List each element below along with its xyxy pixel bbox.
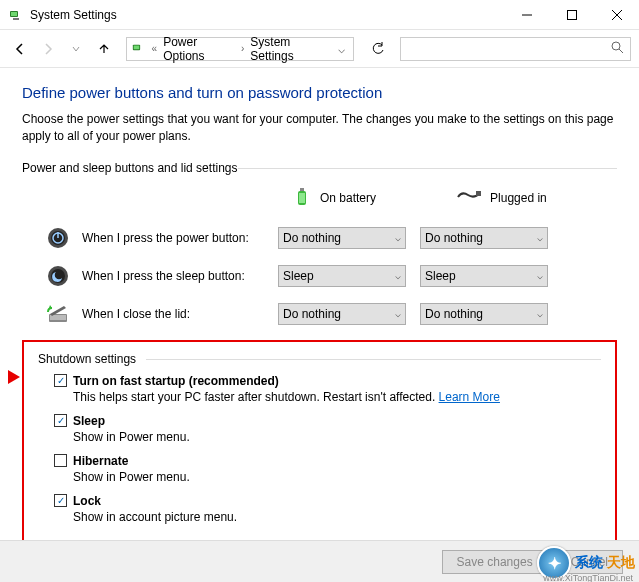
svg-line-10 xyxy=(619,49,623,53)
page-title: Define power buttons and turn on passwor… xyxy=(22,84,617,101)
forward-button[interactable] xyxy=(36,37,60,61)
plug-icon xyxy=(456,189,482,208)
sleep-desc: Show in Power menu. xyxy=(54,430,601,444)
highlight-box: Shutdown settings ✓ Turn on fast startup… xyxy=(22,340,617,550)
titlebar: System Settings xyxy=(0,0,639,30)
row-sleep-button-label: When I press the sleep button: xyxy=(82,269,278,283)
refresh-button[interactable] xyxy=(364,37,392,61)
watermark-text1: 系统 xyxy=(575,554,603,572)
lid-icon xyxy=(46,302,70,326)
row-power-button: When I press the power button: Do nothin… xyxy=(22,226,617,250)
window-title: System Settings xyxy=(30,8,504,22)
column-plugged-label: Plugged in xyxy=(490,191,547,205)
check-lock: ✓ Lock Show in account picture menu. xyxy=(38,494,601,524)
column-headers: On battery Plugged in xyxy=(22,185,617,212)
breadcrumb-sep[interactable]: « xyxy=(150,43,160,54)
select-sleep-plugged[interactable]: Sleep⌵ xyxy=(420,265,548,287)
svg-rect-12 xyxy=(300,188,304,191)
back-button[interactable] xyxy=(8,37,32,61)
breadcrumb-dropdown[interactable]: ⌵ xyxy=(334,42,349,56)
row-power-button-label: When I press the power button: xyxy=(82,231,278,245)
lock-desc: Show in account picture menu. xyxy=(54,510,601,524)
learn-more-link[interactable]: Learn More xyxy=(439,390,500,404)
column-battery: On battery xyxy=(292,185,376,212)
checkbox-hibernate-label: Hibernate xyxy=(73,454,128,468)
hibernate-desc: Show in Power menu. xyxy=(54,470,601,484)
chevron-right-icon[interactable]: › xyxy=(239,43,246,54)
fast-startup-desc: This helps start your PC faster after sh… xyxy=(54,390,601,404)
recent-dropdown[interactable] xyxy=(64,37,88,61)
row-close-lid: When I close the lid: Do nothing⌵ Do not… xyxy=(22,302,617,326)
select-power-plugged[interactable]: Do nothing⌵ xyxy=(420,227,548,249)
svg-rect-13 xyxy=(299,193,305,203)
check-fast-startup: ✓ Turn on fast startup (recommended) Thi… xyxy=(38,374,601,404)
svg-rect-4 xyxy=(567,10,576,19)
breadcrumb-power-options[interactable]: Power Options xyxy=(159,35,239,63)
chevron-down-icon: ⌵ xyxy=(537,270,543,281)
select-lid-battery[interactable]: Do nothing⌵ xyxy=(278,303,406,325)
select-lid-plugged[interactable]: Do nothing⌵ xyxy=(420,303,548,325)
breadcrumb-icon xyxy=(131,41,146,57)
power-button-icon xyxy=(46,226,70,250)
group-power-sleep-label: Power and sleep buttons and lid settings xyxy=(22,161,617,175)
svg-rect-1 xyxy=(11,12,17,16)
svg-rect-2 xyxy=(13,18,19,20)
battery-icon xyxy=(292,185,312,212)
page-description: Choose the power settings that you want … xyxy=(22,111,617,145)
row-sleep-button: When I press the sleep button: Sleep⌵ Sl… xyxy=(22,264,617,288)
chevron-down-icon: ⌵ xyxy=(537,308,543,319)
checkbox-sleep-label: Sleep xyxy=(73,414,105,428)
app-icon xyxy=(8,7,24,23)
search-icon[interactable] xyxy=(610,40,624,57)
svg-rect-14 xyxy=(476,191,481,196)
navbar: « Power Options › System Settings ⌵ xyxy=(0,30,639,68)
checkbox-sleep[interactable]: ✓ xyxy=(54,414,67,427)
sleep-button-icon xyxy=(46,264,70,288)
chevron-down-icon: ⌵ xyxy=(395,232,401,243)
check-sleep: ✓ Sleep Show in Power menu. xyxy=(38,414,601,444)
chevron-down-icon: ⌵ xyxy=(537,232,543,243)
up-button[interactable] xyxy=(92,37,116,61)
checkbox-hibernate[interactable] xyxy=(54,454,67,467)
check-hibernate: Hibernate Show in Power menu. xyxy=(38,454,601,484)
row-close-lid-label: When I close the lid: xyxy=(82,307,278,321)
watermark-url: www.XiTongTianDi.net xyxy=(543,573,633,582)
breadcrumb[interactable]: « Power Options › System Settings ⌵ xyxy=(126,37,354,61)
select-sleep-battery[interactable]: Sleep⌵ xyxy=(278,265,406,287)
checkbox-fast-startup[interactable]: ✓ xyxy=(54,374,67,387)
group-shutdown-label: Shutdown settings xyxy=(38,352,601,366)
column-plugged: Plugged in xyxy=(456,189,547,208)
watermark-text2: 天地 xyxy=(607,554,635,572)
svg-point-9 xyxy=(612,42,620,50)
chevron-down-icon: ⌵ xyxy=(395,308,401,319)
maximize-button[interactable] xyxy=(549,0,594,30)
breadcrumb-system-settings[interactable]: System Settings xyxy=(246,35,333,63)
content: Define power buttons and turn on passwor… xyxy=(0,68,639,550)
checkbox-lock-label: Lock xyxy=(73,494,101,508)
save-changes-button[interactable]: Save changes xyxy=(442,550,548,574)
column-battery-label: On battery xyxy=(320,191,376,205)
select-power-battery[interactable]: Do nothing⌵ xyxy=(278,227,406,249)
svg-rect-8 xyxy=(134,45,139,49)
checkbox-fast-startup-label: Turn on fast startup (recommended) xyxy=(73,374,279,388)
checkbox-lock[interactable]: ✓ xyxy=(54,494,67,507)
close-button[interactable] xyxy=(594,0,639,30)
chevron-down-icon: ⌵ xyxy=(395,270,401,281)
minimize-button[interactable] xyxy=(504,0,549,30)
search-field[interactable] xyxy=(407,42,611,56)
highlight-arrow-icon xyxy=(8,370,20,384)
search-input[interactable] xyxy=(400,37,632,61)
